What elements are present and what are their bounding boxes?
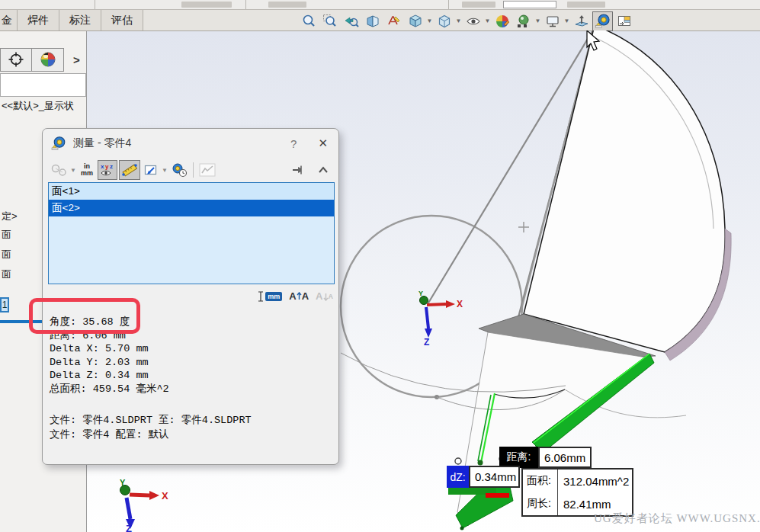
ribbon-separator [448, 0, 449, 9]
dz-callout-label: dZ: [447, 466, 469, 488]
watermark: UG爱好者论坛 WWW.UGSNX.COM [594, 511, 760, 526]
ribbon-fragment [462, 2, 495, 8]
view-settings-caret[interactable]: ▼ [563, 18, 570, 24]
mm-badge: mm [265, 292, 282, 301]
display-state-box[interactable] [0, 73, 86, 97]
headsup-toolbar: ▼ ▼ ▼ ▼ ▼ [298, 11, 634, 31]
triad-z-label: Z [424, 337, 429, 348]
tree-badge[interactable]: 1 [0, 297, 9, 312]
tree-item-fragment[interactable]: 定> [2, 210, 18, 223]
measure-tape-icon [51, 136, 66, 151]
callout-anchor[interactable] [455, 458, 461, 464]
show-xyz-button[interactable]: x y z [98, 160, 117, 180]
projection-caret[interactable]: ▼ [162, 167, 168, 174]
part-face-main[interactable] [524, 30, 725, 352]
measure-results: 角度: 35.68 度 距离: 6.06 mm Delta X: 5.70 mm… [50, 316, 169, 396]
ribbon-fragment [268, 2, 306, 8]
selection-list[interactable]: 面<1> 面<2> [48, 182, 335, 284]
tree-item-fragment[interactable]: 面 [2, 248, 11, 261]
zoom-to-fit-icon[interactable] [298, 11, 319, 31]
annotation-view-icon[interactable] [383, 11, 404, 31]
tree-item-fragment[interactable]: 面 [2, 268, 11, 281]
units-button[interactable]: in mm [78, 160, 96, 180]
dz-callout[interactable]: dZ: 0.34mm [447, 466, 520, 488]
chevron-up-icon [317, 165, 329, 175]
pane-toggle-icon[interactable] [614, 11, 634, 31]
perimeter-label: 周长: [523, 492, 558, 515]
file-line: 文件: 零件4 配置: 默认 [50, 428, 252, 443]
area-label: 面积: [523, 470, 558, 492]
apply-scene-caret[interactable]: ▼ [534, 18, 541, 24]
hide-show-caret[interactable]: ▼ [484, 18, 491, 24]
measure-anchor-point [478, 460, 483, 466]
close-button[interactable]: ✕ [318, 136, 328, 150]
tab-annotations[interactable]: 标注 [59, 10, 101, 30]
triad-y-label: Y [418, 290, 423, 297]
dialog-title: 测量 - 零件4 [73, 136, 290, 150]
triad-z-label: Z [126, 523, 132, 532]
arc-measure-button[interactable] [49, 160, 69, 180]
display-style-caret[interactable]: ▼ [455, 18, 462, 24]
measurement-graph-button[interactable] [197, 160, 217, 180]
view-orientation-caret[interactable]: ▼ [426, 18, 433, 24]
increase-font-button[interactable]: AA [289, 292, 309, 301]
feature-tree-tab[interactable] [0, 48, 32, 72]
area-value: 312.04mm^2 [558, 475, 629, 488]
ribbon-separator [95, 0, 95, 9]
tab-sheetmetal-partial[interactable]: 金 [0, 10, 18, 30]
zoom-to-area-icon[interactable] [319, 11, 340, 31]
section-view-icon[interactable] [362, 11, 383, 31]
pin-icon [291, 162, 306, 178]
tab-weldments[interactable]: 焊件 [18, 10, 59, 30]
tab-evaluate[interactable]: 评估 [101, 10, 143, 30]
text-cursor-icon [258, 290, 264, 303]
svg-text:z: z [110, 163, 113, 170]
decrease-font-button[interactable]: AA [316, 292, 333, 301]
distance-callout-value: 6.06mm [538, 447, 592, 468]
measure-icon[interactable] [592, 11, 613, 31]
distance-callout[interactable]: 距离: 6.06mm [499, 447, 592, 468]
point-to-point-button[interactable] [119, 160, 140, 180]
projection-icon [143, 162, 159, 178]
projection-button[interactable] [142, 160, 160, 180]
xyz-eye-icon: x y z [99, 162, 116, 178]
arc-measure-caret[interactable]: ▼ [70, 167, 76, 174]
view-settings-icon[interactable] [542, 11, 563, 31]
solidworks-window: 金 焊件 标注 评估 ▼ ▼ ▼ [0, 0, 760, 532]
panel-tab-bar: > [0, 46, 87, 72]
view-orientation-icon[interactable] [405, 11, 425, 31]
arrow-down-icon [323, 292, 329, 301]
collapse-button[interactable] [314, 160, 332, 180]
edit-appearance-icon[interactable] [492, 11, 512, 31]
measure-dialog: 测量 - 零件4 ? ✕ ▼ in mm x y z [42, 128, 339, 465]
file-line: 文件: 零件4.SLDPRT 至: 零件4.SLDPRT [50, 414, 252, 428]
color-sphere-icon [40, 51, 56, 68]
measure-history-button[interactable] [169, 160, 189, 180]
selection-list-item[interactable]: 面<1> [49, 183, 334, 200]
previous-view-icon[interactable] [341, 11, 361, 31]
apply-scene-icon[interactable] [513, 11, 534, 31]
tree-item-fragment[interactable]: 面 [2, 228, 11, 242]
display-style-icon[interactable] [434, 11, 454, 31]
ribbon-strip [0, 0, 760, 10]
expand-panel-button[interactable]: > [73, 53, 80, 66]
selection-list-item-selected[interactable]: 面<2> [49, 200, 334, 216]
pin-button[interactable] [290, 160, 308, 180]
ruler-icon [120, 162, 139, 178]
help-button[interactable]: ? [290, 137, 297, 150]
result-delta-z: Delta Z: 0.34 mm [50, 369, 169, 383]
3d-drawing-view-icon[interactable] [571, 11, 592, 31]
triad-x-label: X [162, 490, 168, 502]
dialog-titlebar[interactable]: 测量 - 零件4 ? ✕ [43, 129, 338, 158]
show-units-button[interactable]: mm [258, 290, 282, 303]
measure-history-icon [171, 162, 188, 178]
red-edge-fragment [486, 493, 509, 498]
measure-toolbar: ▼ in mm x y z [43, 158, 338, 182]
area-perimeter-callout[interactable]: 面积: 312.04mm^2 周长: 82.41mm [521, 468, 633, 517]
result-delta-x: Delta X: 5.70 mm [50, 342, 169, 356]
display-manager-tab[interactable] [32, 48, 64, 72]
origin-triad: Y X Z [418, 290, 463, 348]
in-mm-icon: in mm [81, 163, 93, 177]
ribbon-input-fragment [503, 1, 556, 8]
hide-show-items-icon[interactable] [463, 11, 483, 31]
